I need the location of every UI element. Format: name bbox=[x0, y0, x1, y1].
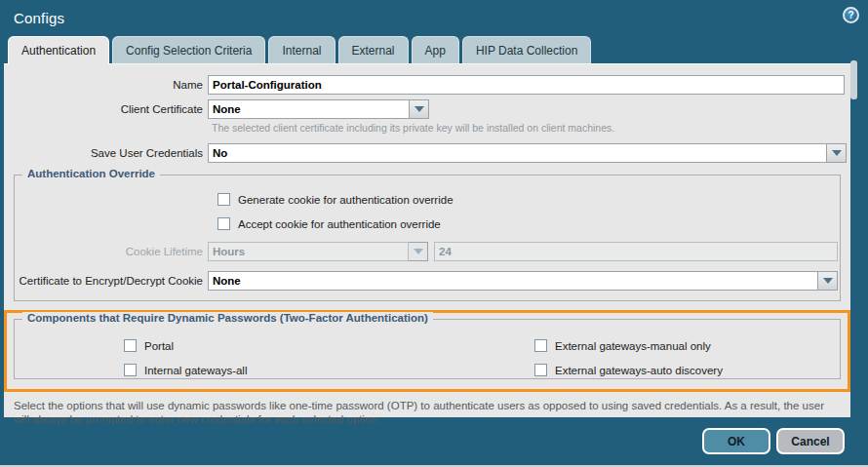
generate-cookie-label: Generate cookie for authentication overr… bbox=[238, 194, 454, 206]
tab-internal[interactable]: Internal bbox=[268, 36, 335, 63]
cancel-button[interactable]: Cancel bbox=[776, 428, 845, 454]
vertical-scrollbar-thumb[interactable] bbox=[850, 60, 857, 99]
chevron-down-icon bbox=[414, 249, 423, 254]
dynamic-passwords-legend: Components that Require Dynamic Password… bbox=[22, 312, 433, 324]
save-user-credentials-dropdown-button[interactable] bbox=[827, 143, 847, 163]
client-certificate-select[interactable]: None bbox=[208, 99, 410, 119]
generate-cookie-checkbox[interactable] bbox=[217, 193, 230, 206]
accept-cookie-checkbox[interactable] bbox=[217, 217, 230, 230]
external-gateways-manual-label: External gateways-manual only bbox=[555, 340, 711, 352]
client-certificate-dropdown-button[interactable] bbox=[410, 99, 429, 119]
cookie-lifetime-dropdown-button bbox=[409, 242, 428, 261]
configs-dialog: Configs ? Authentication Config Selectio… bbox=[0, 0, 868, 467]
tab-external[interactable]: External bbox=[338, 36, 409, 63]
help-icon[interactable]: ? bbox=[843, 7, 859, 23]
authentication-override-group: Authentication Override Generate cookie … bbox=[14, 175, 841, 301]
tab-hip-data-collection[interactable]: HIP Data Collection bbox=[462, 36, 592, 63]
authentication-override-legend: Authentication Override bbox=[22, 168, 160, 179]
authentication-panel: Name Client Certificate None The selecte… bbox=[4, 63, 850, 417]
cookie-lifetime-unit-select: Hours bbox=[208, 242, 409, 261]
cert-encrypt-cookie-value: None bbox=[213, 275, 241, 287]
tab-bar: Authentication Config Selection Criteria… bbox=[8, 36, 848, 63]
accept-cookie-label: Accept cookie for authentication overrid… bbox=[238, 218, 441, 230]
save-user-credentials-value: No bbox=[213, 147, 227, 159]
tab-app[interactable]: App bbox=[412, 36, 459, 63]
title-bar: Configs ? bbox=[0, 0, 868, 35]
external-gateways-auto-label: External gateways-auto discovery bbox=[555, 365, 723, 376]
ok-button[interactable]: OK bbox=[702, 428, 770, 454]
external-gateways-auto-checkbox[interactable] bbox=[534, 364, 547, 376]
name-label: Name bbox=[4, 79, 208, 91]
external-gateways-manual-checkbox[interactable] bbox=[534, 339, 547, 352]
client-certificate-label: Client Certificate bbox=[4, 103, 208, 115]
cookie-lifetime-number-input: 24 bbox=[434, 242, 838, 261]
cookie-lifetime-label: Cookie Lifetime bbox=[15, 246, 208, 257]
chevron-down-icon bbox=[823, 278, 833, 284]
cookie-lifetime-number-value: 24 bbox=[439, 246, 452, 257]
dynamic-passwords-note: Select the options that will use dynamic… bbox=[14, 400, 841, 426]
chevron-down-icon bbox=[414, 106, 424, 112]
client-certificate-value: None bbox=[213, 103, 241, 115]
save-user-credentials-select[interactable]: No bbox=[208, 143, 827, 163]
portal-checkbox[interactable] bbox=[124, 339, 137, 352]
save-user-credentials-label: Save User Credentials bbox=[4, 147, 208, 159]
cookie-lifetime-unit-value: Hours bbox=[213, 246, 245, 257]
dialog-title: Configs bbox=[14, 10, 64, 26]
tab-config-selection-criteria[interactable]: Config Selection Criteria bbox=[112, 36, 265, 63]
internal-gateways-all-checkbox[interactable] bbox=[124, 364, 137, 376]
cert-encrypt-cookie-dropdown-button[interactable] bbox=[818, 271, 838, 291]
name-input[interactable] bbox=[208, 75, 845, 95]
client-certificate-hint: The selected client certificate includin… bbox=[212, 122, 850, 134]
portal-label: Portal bbox=[144, 340, 174, 352]
internal-gateways-all-label: Internal gateways-all bbox=[144, 365, 247, 376]
cert-encrypt-cookie-select[interactable]: None bbox=[208, 271, 818, 291]
cert-encrypt-cookie-label: Certificate to Encrypt/Decrypt Cookie bbox=[15, 275, 208, 287]
dynamic-passwords-highlight: Components that Require Dynamic Password… bbox=[4, 310, 850, 392]
dynamic-passwords-group: Components that Require Dynamic Password… bbox=[14, 319, 841, 379]
chevron-down-icon bbox=[832, 150, 842, 156]
tab-authentication[interactable]: Authentication bbox=[8, 36, 109, 64]
